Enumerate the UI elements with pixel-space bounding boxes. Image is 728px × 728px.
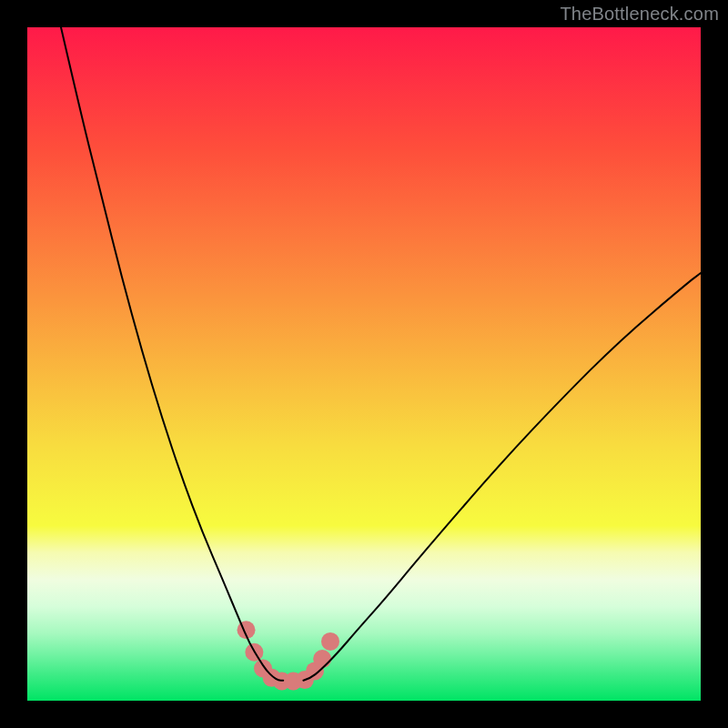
bottleneck-plot: [27, 27, 701, 701]
valley-dot: [313, 650, 331, 668]
chart-frame: TheBottleneck.com: [0, 0, 728, 728]
gradient-background: [27, 27, 701, 701]
attribution-label: TheBottleneck.com: [560, 4, 719, 25]
valley-dot: [321, 632, 339, 651]
